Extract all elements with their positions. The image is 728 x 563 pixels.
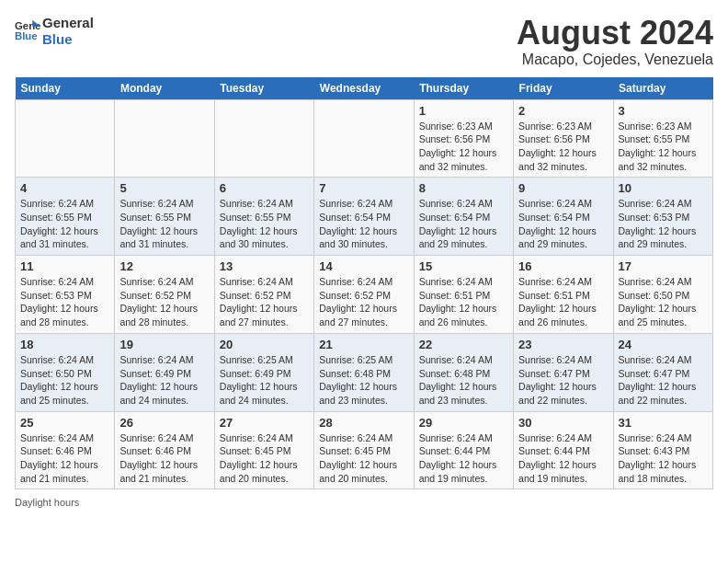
calendar-cell: 1Sunrise: 6:23 AM Sunset: 6:56 PM Daylig… [414, 99, 513, 178]
day-number: 19 [119, 338, 209, 351]
calendar-cell: 25Sunrise: 6:24 AM Sunset: 6:46 PM Dayli… [16, 411, 115, 489]
calendar-cell: 31Sunrise: 6:24 AM Sunset: 6:43 PM Dayli… [613, 411, 712, 489]
day-info: Sunrise: 6:24 AM Sunset: 6:43 PM Dayligh… [619, 431, 708, 486]
day-number: 12 [119, 259, 209, 273]
day-info: Sunrise: 6:24 AM Sunset: 6:46 PM Dayligh… [119, 431, 209, 486]
day-number: 21 [319, 338, 408, 351]
day-number: 26 [119, 416, 209, 430]
day-number: 1 [419, 104, 508, 118]
footer-note: Daylight hours [15, 497, 713, 508]
day-info: Sunrise: 6:23 AM Sunset: 6:55 PM Dayligh… [619, 120, 708, 174]
day-number: 14 [319, 259, 408, 273]
calendar-title: August 2024 [517, 15, 713, 52]
day-header-friday: Friday [514, 77, 613, 100]
day-header-monday: Monday [115, 77, 214, 100]
calendar-cell: 5Sunrise: 6:24 AM Sunset: 6:55 PM Daylig… [115, 178, 214, 256]
day-number: 17 [619, 259, 708, 273]
day-number: 29 [419, 416, 508, 430]
calendar-header: SundayMondayTuesdayWednesdayThursdayFrid… [16, 77, 713, 100]
calendar-cell: 30Sunrise: 6:24 AM Sunset: 6:44 PM Dayli… [514, 411, 613, 489]
calendar-cell: 12Sunrise: 6:24 AM Sunset: 6:52 PM Dayli… [115, 256, 214, 334]
logo-blue: Blue [42, 31, 94, 48]
day-info: Sunrise: 6:24 AM Sunset: 6:44 PM Dayligh… [419, 431, 508, 486]
day-number: 16 [518, 259, 608, 273]
calendar-cell: 16Sunrise: 6:24 AM Sunset: 6:51 PM Dayli… [514, 256, 613, 334]
day-info: Sunrise: 6:24 AM Sunset: 6:50 PM Dayligh… [20, 353, 109, 408]
calendar-cell [214, 99, 313, 178]
day-number: 2 [518, 104, 608, 118]
logo-icon: General Blue [15, 18, 40, 44]
week-row-3: 11Sunrise: 6:24 AM Sunset: 6:53 PM Dayli… [16, 256, 713, 334]
day-info: Sunrise: 6:24 AM Sunset: 6:55 PM Dayligh… [20, 197, 109, 251]
day-info: Sunrise: 6:24 AM Sunset: 6:49 PM Dayligh… [119, 353, 209, 408]
calendar-cell: 23Sunrise: 6:24 AM Sunset: 6:47 PM Dayli… [514, 333, 613, 411]
calendar-subtitle: Macapo, Cojedes, Venezuela [517, 52, 713, 68]
calendar-cell: 24Sunrise: 6:24 AM Sunset: 6:47 PM Dayli… [613, 333, 712, 411]
day-info: Sunrise: 6:24 AM Sunset: 6:45 PM Dayligh… [319, 431, 408, 486]
week-row-4: 18Sunrise: 6:24 AM Sunset: 6:50 PM Dayli… [16, 333, 713, 411]
calendar-cell: 9Sunrise: 6:24 AM Sunset: 6:54 PM Daylig… [514, 178, 613, 256]
day-info: Sunrise: 6:24 AM Sunset: 6:54 PM Dayligh… [518, 197, 608, 251]
logo-general: General [42, 15, 94, 31]
calendar-body: 1Sunrise: 6:23 AM Sunset: 6:56 PM Daylig… [16, 99, 713, 489]
calendar-cell: 18Sunrise: 6:24 AM Sunset: 6:50 PM Dayli… [16, 333, 115, 411]
week-row-2: 4Sunrise: 6:24 AM Sunset: 6:55 PM Daylig… [16, 178, 713, 256]
day-info: Sunrise: 6:24 AM Sunset: 6:51 PM Dayligh… [419, 275, 508, 329]
day-info: Sunrise: 6:24 AM Sunset: 6:50 PM Dayligh… [619, 275, 708, 329]
day-number: 15 [419, 259, 508, 273]
day-info: Sunrise: 6:24 AM Sunset: 6:44 PM Dayligh… [518, 431, 608, 486]
days-header-row: SundayMondayTuesdayWednesdayThursdayFrid… [16, 77, 713, 100]
calendar-cell: 27Sunrise: 6:24 AM Sunset: 6:45 PM Dayli… [214, 411, 313, 489]
calendar-cell: 22Sunrise: 6:24 AM Sunset: 6:48 PM Dayli… [414, 333, 513, 411]
calendar-cell: 15Sunrise: 6:24 AM Sunset: 6:51 PM Dayli… [414, 256, 513, 334]
day-info: Sunrise: 6:25 AM Sunset: 6:48 PM Dayligh… [319, 353, 408, 408]
day-header-saturday: Saturday [613, 77, 712, 100]
calendar-cell: 11Sunrise: 6:24 AM Sunset: 6:53 PM Dayli… [16, 256, 115, 334]
title-block: August 2024 Macapo, Cojedes, Venezuela [517, 15, 713, 68]
day-number: 13 [220, 259, 309, 273]
calendar-cell: 7Sunrise: 6:24 AM Sunset: 6:54 PM Daylig… [314, 178, 414, 256]
day-number: 28 [319, 416, 408, 430]
day-number: 9 [518, 181, 608, 195]
calendar-cell [314, 99, 414, 178]
calendar-cell: 6Sunrise: 6:24 AM Sunset: 6:55 PM Daylig… [214, 178, 313, 256]
day-info: Sunrise: 6:24 AM Sunset: 6:48 PM Dayligh… [419, 353, 508, 408]
day-info: Sunrise: 6:24 AM Sunset: 6:52 PM Dayligh… [119, 275, 209, 329]
day-number: 8 [419, 181, 508, 195]
day-number: 22 [419, 338, 508, 351]
week-row-5: 25Sunrise: 6:24 AM Sunset: 6:46 PM Dayli… [16, 411, 713, 489]
day-header-sunday: Sunday [16, 77, 115, 100]
day-number: 11 [20, 259, 109, 273]
day-number: 6 [220, 181, 309, 195]
day-number: 31 [619, 416, 708, 430]
svg-text:Blue: Blue [15, 30, 38, 41]
day-info: Sunrise: 6:24 AM Sunset: 6:52 PM Dayligh… [220, 275, 309, 329]
calendar-cell: 13Sunrise: 6:24 AM Sunset: 6:52 PM Dayli… [214, 256, 313, 334]
day-info: Sunrise: 6:24 AM Sunset: 6:53 PM Dayligh… [619, 197, 708, 251]
calendar-cell: 28Sunrise: 6:24 AM Sunset: 6:45 PM Dayli… [314, 411, 414, 489]
calendar-cell: 10Sunrise: 6:24 AM Sunset: 6:53 PM Dayli… [613, 178, 712, 256]
day-info: Sunrise: 6:24 AM Sunset: 6:47 PM Dayligh… [619, 353, 708, 408]
calendar-cell: 14Sunrise: 6:24 AM Sunset: 6:52 PM Dayli… [314, 256, 414, 334]
day-info: Sunrise: 6:24 AM Sunset: 6:54 PM Dayligh… [419, 197, 508, 251]
day-header-wednesday: Wednesday [314, 77, 414, 100]
day-info: Sunrise: 6:24 AM Sunset: 6:45 PM Dayligh… [220, 431, 309, 486]
calendar-cell: 17Sunrise: 6:24 AM Sunset: 6:50 PM Dayli… [613, 256, 712, 334]
day-number: 30 [518, 416, 608, 430]
day-header-tuesday: Tuesday [214, 77, 313, 100]
calendar-cell: 19Sunrise: 6:24 AM Sunset: 6:49 PM Dayli… [115, 333, 214, 411]
day-number: 27 [220, 416, 309, 430]
day-info: Sunrise: 6:24 AM Sunset: 6:47 PM Dayligh… [518, 353, 608, 408]
calendar-cell: 2Sunrise: 6:23 AM Sunset: 6:56 PM Daylig… [514, 99, 613, 178]
day-number: 4 [20, 181, 109, 195]
calendar-cell [16, 99, 115, 178]
day-info: Sunrise: 6:24 AM Sunset: 6:52 PM Dayligh… [319, 275, 408, 329]
day-number: 5 [119, 181, 209, 195]
day-info: Sunrise: 6:24 AM Sunset: 6:55 PM Dayligh… [119, 197, 209, 251]
calendar-cell: 20Sunrise: 6:25 AM Sunset: 6:49 PM Dayli… [214, 333, 313, 411]
day-info: Sunrise: 6:24 AM Sunset: 6:46 PM Dayligh… [20, 431, 109, 486]
calendar-cell: 3Sunrise: 6:23 AM Sunset: 6:55 PM Daylig… [613, 99, 712, 178]
day-number: 25 [20, 416, 109, 430]
logo: General Blue General Blue [15, 15, 94, 48]
day-number: 3 [619, 104, 708, 118]
